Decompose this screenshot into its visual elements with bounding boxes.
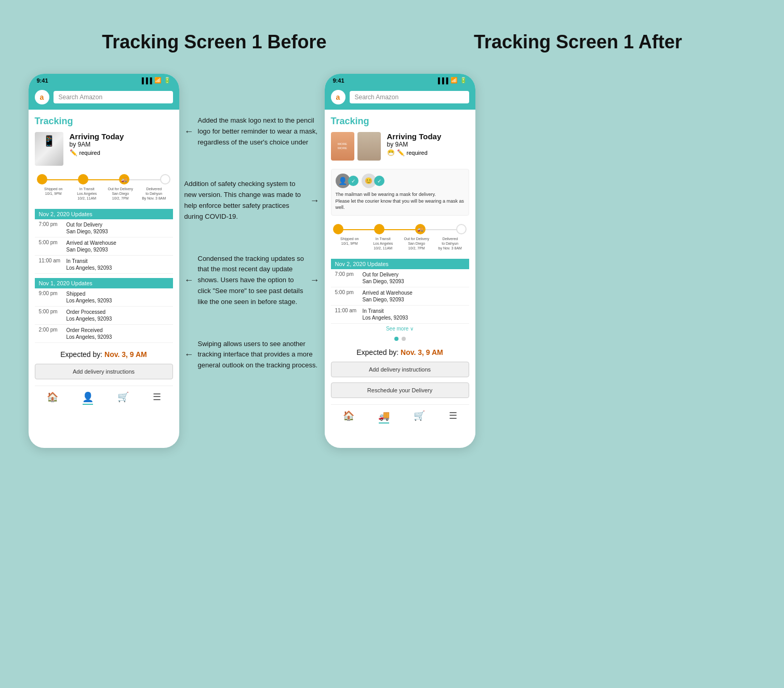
before-nav-person[interactable]: 👤 xyxy=(82,391,94,405)
before-nav-cart[interactable]: 🛒 xyxy=(117,391,129,405)
before-update-row-1: 7:00 pm Out for DeliverySan Diego, 92093 xyxy=(35,219,173,237)
after-progress-labels: Shipped on10/1, 9PM In TransitLos Angele… xyxy=(333,236,467,250)
before-arriving-title: Arriving Today xyxy=(70,132,124,141)
before-tracking-title: Tracking xyxy=(35,116,173,127)
before-product-row: 📱 Arriving Today by 9AM ✏️ required xyxy=(35,132,173,166)
before-add-instructions-btn[interactable]: Add delivery instructions xyxy=(35,364,173,379)
before-search-bar[interactable]: Search Amazon xyxy=(54,91,173,103)
after-safety-text-1: The mailman will be wearing a mask for d… xyxy=(336,191,464,198)
after-dot-4 xyxy=(456,224,467,234)
after-dot-2 xyxy=(374,224,384,234)
after-nav-home[interactable]: 🏠 xyxy=(343,410,354,424)
after-battery-icon: 🔋 xyxy=(460,77,467,84)
annotation-safety: Addition of safety checking system to ne… xyxy=(184,179,320,222)
after-search-bar[interactable]: Search Amazon xyxy=(350,91,469,103)
before-status-bar: 9:41 ▐▐▐ 📶 🔋 xyxy=(29,74,179,87)
before-updates-nov1: Nov 1, 2020 Updates 9:00 pm ShippedLos A… xyxy=(35,278,173,343)
after-update-row-3: 11:00 am In TransitLos Angeles, 92093 xyxy=(331,306,469,324)
before-body: Tracking 📱 Arriving Today by 9AM ✏️ requ… xyxy=(29,110,179,416)
arrow-right-condensed: → xyxy=(310,273,320,288)
after-update-header: Nov 2, 2020 Updates xyxy=(331,259,469,269)
before-update-row-2: 5:00 pm Arrived at WarehouseSan Diego, 9… xyxy=(35,237,173,256)
before-dot-1 xyxy=(37,174,47,184)
after-required-row: 😷 ✏️ required xyxy=(387,149,469,156)
before-nav-home[interactable]: 🏠 xyxy=(47,391,58,405)
after-nav-cart[interactable]: 🛒 xyxy=(414,410,425,424)
after-header: a Search Amazon xyxy=(325,87,475,110)
after-check-icon: ✓ xyxy=(348,176,358,186)
annotation-mask-text: Added the mask logo next to the pencil l… xyxy=(198,115,320,148)
before-label-3: Out for DeliverySan Diego10/2, 7PM xyxy=(104,187,138,201)
after-label-1: Shipped on10/1, 9PM xyxy=(333,236,367,250)
pencil-icon: ✏️ xyxy=(70,149,77,156)
before-time: 9:41 xyxy=(37,77,48,84)
after-see-more-link[interactable]: See more ∨ xyxy=(331,324,469,334)
before-expected-value: Nov. 3, 9 AM xyxy=(104,350,147,359)
annotations-panel: ← Added the mask logo next to the pencil… xyxy=(179,74,325,413)
after-book-2 xyxy=(357,132,381,161)
after-time: 9:41 xyxy=(333,77,344,84)
after-updates-nov2: Nov 2, 2020 Updates 7:00 pm Out for Deli… xyxy=(331,259,469,324)
after-nav-truck[interactable]: 🚚 xyxy=(378,410,390,424)
after-avatar-row: 👤 ✓ 😊 ✓ xyxy=(336,174,464,188)
before-label-2: In TransitLos Angeles10/2, 11AM xyxy=(70,187,104,201)
after-nav: 🏠 🚚 🛒 ☰ xyxy=(331,404,469,429)
before-update-header-1: Nov 2, 2020 Updates xyxy=(35,209,173,219)
after-wifi-icon: 📶 xyxy=(450,77,458,84)
after-amazon-logo: a xyxy=(331,90,346,104)
before-update-row-5: 5:00 pm Order ProcessedLos Angeles, 9209… xyxy=(35,307,173,325)
before-product-image: 📱 xyxy=(35,132,63,166)
before-header: a Search Amazon xyxy=(29,87,179,110)
arrow-left-mask: ← xyxy=(184,124,194,139)
after-required-text: required xyxy=(407,150,428,156)
before-nav-menu[interactable]: ☰ xyxy=(153,391,161,405)
before-status-icons: ▐▐▐ 📶 🔋 xyxy=(140,77,170,84)
after-progress-section: 🚚 Shipped on10/1, 9PM In TransitLos Ange… xyxy=(331,224,469,250)
before-arriving-info: Arriving Today by 9AM ✏️ required xyxy=(70,132,124,156)
after-safety-notice: 👤 ✓ 😊 ✓ The mailman will be wearing a ma… xyxy=(331,169,469,216)
after-signal-icon: ▐▐▐ xyxy=(436,77,448,84)
after-mask-icon: 😷 xyxy=(387,149,395,156)
wifi-icon: 📶 xyxy=(154,77,162,84)
before-dot-4 xyxy=(160,174,170,184)
after-label-2: In TransitLos Angeles10/2, 11AM xyxy=(366,236,400,250)
annotation-swipe-text: Swiping allows users to see another trac… xyxy=(198,339,320,371)
before-label-4: Deliveredto DahyunBy Nov. 3 8AM xyxy=(137,187,171,201)
after-label-3: Out for DeliverySan Diego10/2, 7PM xyxy=(400,236,434,250)
after-arriving-info: Arriving Today by 9AM 😷 ✏️ required xyxy=(387,132,469,156)
after-title: Tracking Screen 1 After xyxy=(474,31,682,53)
after-nav-menu[interactable]: ☰ xyxy=(449,410,457,424)
after-label-4: Deliveredto Dahyunby Nov. 3 8AM xyxy=(433,236,467,250)
after-progress-dots: 🚚 xyxy=(333,224,467,234)
after-pencil-icon: ✏️ xyxy=(397,149,405,156)
after-body: Tracking MOREMORE Arriving Today by 9AM … xyxy=(325,110,475,435)
before-nav-underline xyxy=(83,404,93,405)
after-safety-text-2: Please let the courier know that you wil… xyxy=(336,198,464,211)
before-update-header-2: Nov 1, 2020 Updates xyxy=(35,278,173,288)
after-nav-underline xyxy=(379,422,389,424)
before-title: Tracking Screen 1 Before xyxy=(102,31,326,53)
before-nav: 🏠 👤 🛒 ☰ xyxy=(35,386,173,410)
annotation-safety-text: Addition of safety checking system to ne… xyxy=(184,179,306,222)
before-expected-label: Expected by: xyxy=(60,350,102,359)
before-phone: 9:41 ▐▐▐ 📶 🔋 a Search Amazon Tracking 📱 xyxy=(29,74,179,448)
before-update-row-6: 2:00 pm Order ReceivedLos Angeles, 92093 xyxy=(35,325,173,343)
after-add-instructions-btn[interactable]: Add delivery instructions xyxy=(331,362,469,377)
before-label-1: Shipped on10/1, 9PM xyxy=(37,187,71,201)
annotation-condensed-text: Condensed the tracking updates so that t… xyxy=(198,254,306,308)
signal-icon: ▐▐▐ xyxy=(140,77,152,84)
before-expected-section: Expected by: Nov. 3, 9 AM xyxy=(35,350,173,359)
after-expected-section: Expected by: Nov. 3, 9 AM xyxy=(331,348,469,356)
before-arriving-sub: by 9AM xyxy=(70,141,124,148)
phone-image-icon: 📱 xyxy=(43,135,56,147)
after-expected-value: Nov. 3, 9 AM xyxy=(401,348,443,356)
page-dot-2 xyxy=(402,337,406,341)
arrow-left-swipe: ← xyxy=(184,347,194,362)
after-book-1: MOREMORE xyxy=(331,132,354,161)
before-dot-3: 🚚 xyxy=(119,174,129,184)
after-dot-3: 🚚 xyxy=(415,224,426,234)
after-reschedule-btn[interactable]: Reschedule your Delivery xyxy=(331,382,469,398)
before-amazon-logo: a xyxy=(35,90,49,104)
page-dot-1 xyxy=(394,337,398,341)
after-status-icons: ▐▐▐ 📶 🔋 xyxy=(436,77,467,84)
